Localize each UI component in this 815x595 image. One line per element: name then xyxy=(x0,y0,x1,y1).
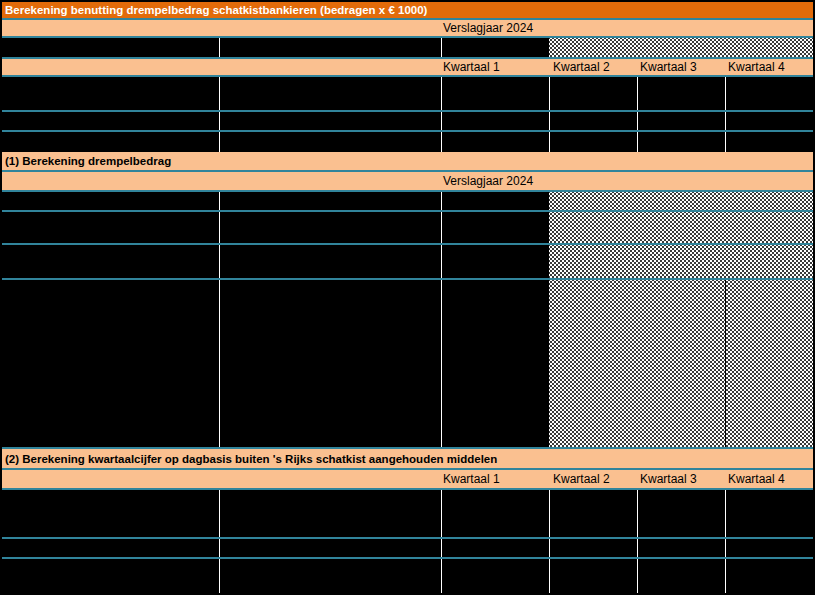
column-gridline xyxy=(441,490,442,537)
treasury-banking-worksheet: Berekening benutting drempelbedrag schat… xyxy=(0,0,815,595)
column-gridline xyxy=(725,132,726,152)
shaded-noinput-cell xyxy=(549,212,813,243)
column-gridline xyxy=(637,539,638,557)
quarter-header-row-top: Kwartaal 1 Kwartaal 2 Kwartaal 3 Kwartaa… xyxy=(2,59,813,77)
column-gridline xyxy=(725,490,726,537)
column-gridline xyxy=(441,38,442,57)
column-gridline xyxy=(219,192,220,210)
threshold-grid-row[interactable] xyxy=(2,192,813,212)
report-year-row-top: Verslagjaar 2024 xyxy=(2,20,813,38)
column-gridline xyxy=(219,539,220,557)
column-gridline xyxy=(219,132,220,152)
column-gridline xyxy=(441,245,442,278)
section-2-title: (2) Berekening kwartaalcijfer op dagbasi… xyxy=(5,453,497,465)
shaded-noinput-cell xyxy=(549,38,813,57)
column-gridline xyxy=(637,112,638,130)
column-gridline xyxy=(441,77,442,110)
column-gridline xyxy=(441,112,442,130)
column-gridline xyxy=(219,212,220,243)
threshold-grid-row[interactable] xyxy=(2,245,813,280)
column-gridline xyxy=(549,112,550,130)
quarter-1-header: Kwartaal 1 xyxy=(443,60,500,74)
column-gridline xyxy=(441,192,442,210)
column-gridline xyxy=(219,559,220,593)
shaded-area-divider xyxy=(725,280,726,447)
column-gridline xyxy=(219,490,220,537)
grid-row[interactable] xyxy=(2,132,813,152)
report-year-row-section1: Verslagjaar 2024 xyxy=(2,172,813,192)
column-gridline xyxy=(725,559,726,593)
column-gridline xyxy=(219,77,220,110)
column-gridline xyxy=(725,112,726,130)
quarter-4-header: Kwartaal 4 xyxy=(728,60,785,74)
column-gridline xyxy=(441,539,442,557)
column-gridline xyxy=(637,490,638,537)
column-gridline xyxy=(219,280,220,447)
title-bar: Berekening benutting drempelbedrag schat… xyxy=(2,2,813,20)
column-gridline xyxy=(637,77,638,110)
quarter-header-row-section2: Kwartaal 1 Kwartaal 2 Kwartaal 3 Kwartaa… xyxy=(2,470,813,490)
quarter-3-header: Kwartaal 3 xyxy=(640,472,697,486)
report-year-label: Verslagjaar 2024 xyxy=(443,174,533,188)
column-gridline xyxy=(219,245,220,278)
quarter-3-header: Kwartaal 3 xyxy=(640,60,697,74)
grid-row[interactable] xyxy=(2,112,813,132)
quarterly-grid-row[interactable] xyxy=(2,539,813,559)
quarter-2-header: Kwartaal 2 xyxy=(553,472,610,486)
column-gridline xyxy=(219,38,220,57)
sheet-title: Berekening benutting drempelbedrag schat… xyxy=(5,4,427,16)
shaded-noinput-area xyxy=(549,280,813,447)
report-year-label: Verslagjaar 2024 xyxy=(443,21,533,35)
grid-row[interactable] xyxy=(2,77,813,112)
column-gridline xyxy=(441,212,442,243)
quarter-1-header: Kwartaal 1 xyxy=(443,472,500,486)
quarter-2-header: Kwartaal 2 xyxy=(553,60,610,74)
threshold-grid-row[interactable] xyxy=(2,212,813,245)
column-gridline xyxy=(637,559,638,593)
column-gridline xyxy=(549,559,550,593)
shaded-noinput-cell xyxy=(549,245,813,278)
column-gridline xyxy=(441,559,442,593)
column-gridline xyxy=(725,77,726,110)
column-gridline xyxy=(441,280,442,447)
masked-row-top[interactable] xyxy=(2,38,813,59)
quarter-4-header: Kwartaal 4 xyxy=(728,472,785,486)
column-gridline xyxy=(549,539,550,557)
column-gridline xyxy=(549,132,550,152)
column-gridline xyxy=(549,77,550,110)
column-gridline xyxy=(549,490,550,537)
threshold-large-block[interactable] xyxy=(2,280,813,449)
quarterly-grid-row[interactable] xyxy=(2,559,813,593)
column-gridline xyxy=(219,112,220,130)
column-gridline xyxy=(637,132,638,152)
column-gridline xyxy=(725,539,726,557)
column-gridline xyxy=(441,132,442,152)
section-1-title: (1) Berekening drempelbedrag xyxy=(5,155,171,167)
section-1-header: (1) Berekening drempelbedrag xyxy=(2,152,813,172)
quarterly-grid-row[interactable] xyxy=(2,490,813,539)
shaded-noinput-cell xyxy=(549,192,813,210)
section-2-header: (2) Berekening kwartaalcijfer op dagbasi… xyxy=(2,449,813,470)
